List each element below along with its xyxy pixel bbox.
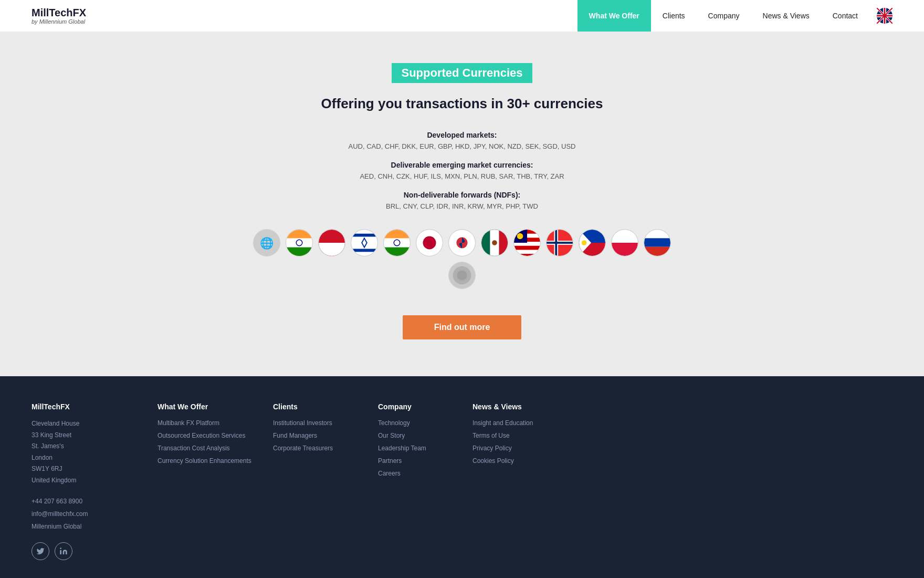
footer-what-we-offer-col: What We Offer Multibank FX Platform Outs…	[158, 402, 262, 560]
nav-contact[interactable]: Contact	[821, 0, 869, 32]
flag-mexico	[481, 229, 508, 256]
main-heading: Offering you transactions in 30+ currenc…	[10, 96, 914, 112]
flag-korea	[448, 229, 476, 256]
svg-rect-39	[514, 246, 540, 250]
social-icons	[32, 542, 147, 560]
footer: MillTechFX Cleveland House 33 King Stree…	[0, 376, 924, 578]
header: MillTechFX by Millennium Global What We …	[0, 0, 924, 32]
flag-malaysia	[513, 229, 541, 256]
flag-global2	[448, 262, 476, 289]
svg-rect-4	[286, 238, 312, 247]
footer-terms[interactable]: Terms of Use	[472, 432, 567, 439]
svg-point-63	[457, 270, 467, 280]
svg-rect-60	[644, 247, 670, 256]
developed-markets: Developed markets: AUD, CAD, CHF, DKK, E…	[10, 131, 914, 150]
flag-indonesia	[318, 229, 345, 256]
uk-flag-icon[interactable]	[877, 8, 892, 24]
main-nav: What We Offer Clients Company News & Vie…	[578, 0, 892, 32]
nav-clients[interactable]: Clients	[651, 0, 697, 32]
nav-what-we-offer[interactable]: What We Offer	[578, 0, 651, 32]
footer-company-title: Company	[378, 402, 462, 411]
flag-israel	[351, 229, 378, 256]
footer-institutional[interactable]: Institutional Investors	[273, 419, 368, 427]
section-badge: Supported Currencies	[392, 63, 532, 83]
footer-leadership[interactable]: Leadership Team	[378, 445, 462, 452]
footer-clients-title: Clients	[273, 402, 368, 411]
svg-rect-21	[384, 230, 410, 238]
svg-rect-59	[644, 238, 670, 246]
footer-insight[interactable]: Insight and Education	[472, 419, 567, 427]
footer-transaction[interactable]: Transaction Cost Analysis	[158, 445, 262, 452]
ndf-section: Non-deliverable forwards (NDFs): BRL, CN…	[10, 191, 914, 210]
ndf-label: Non-deliverable forwards (NDFs):	[10, 191, 914, 199]
main-content: Supported Currencies Offering you transa…	[0, 32, 924, 376]
flags-row: 🌐	[252, 229, 672, 289]
svg-rect-58	[644, 230, 670, 238]
svg-rect-13	[319, 243, 345, 256]
ndf-list: BRL, CNY, CLP, IDR, INR, KRW, MYR, PHP, …	[10, 202, 914, 210]
footer-company-links-col: Company Technology Our Story Leadership …	[378, 402, 462, 560]
flag-philippines	[579, 229, 606, 256]
footer-fund-managers[interactable]: Fund Managers	[273, 432, 368, 439]
svg-text:🌐: 🌐	[260, 236, 274, 250]
logo-sub: by Millennium Global	[32, 18, 86, 25]
footer-corporate[interactable]: Corporate Treasurers	[273, 445, 368, 452]
footer-what-we-offer-title: What We Offer	[158, 402, 262, 411]
nav-news-views[interactable]: News & Views	[751, 0, 821, 32]
footer-grid: MillTechFX Cleveland House 33 King Stree…	[32, 402, 892, 560]
footer-company-name: MillTechFX	[32, 402, 147, 411]
footer-multibank[interactable]: Multibank FX Platform	[158, 419, 262, 427]
svg-rect-48	[547, 242, 573, 244]
footer-news-col: News & Views Insight and Education Terms…	[472, 402, 567, 560]
svg-rect-33	[499, 230, 508, 256]
developed-list: AUD, CAD, CHF, DKK, EUR, GBP, HKD, JPY, …	[10, 142, 914, 150]
footer-our-story[interactable]: Our Story	[378, 432, 462, 439]
svg-rect-56	[612, 243, 638, 256]
footer-contact: +44 207 663 8900 info@milltechfx.com Mil…	[32, 495, 147, 533]
logo[interactable]: MillTechFX by Millennium Global	[32, 7, 86, 25]
footer-outsourced[interactable]: Outsourced Execution Services	[158, 432, 262, 439]
logo-main: MillTechFX	[32, 7, 86, 18]
flag-india2	[383, 229, 411, 256]
flag-global: 🌐	[253, 229, 280, 256]
twitter-icon[interactable]	[32, 542, 49, 560]
svg-point-42	[517, 233, 523, 240]
svg-rect-16	[351, 234, 377, 237]
flag-russia	[644, 229, 671, 256]
svg-rect-9	[286, 247, 312, 256]
svg-point-53	[582, 240, 587, 245]
footer-privacy[interactable]: Privacy Policy	[472, 445, 567, 452]
developed-label: Developed markets:	[10, 131, 914, 139]
svg-rect-15	[351, 230, 377, 256]
emerging-markets: Deliverable emerging market currencies: …	[10, 161, 914, 180]
footer-cookies[interactable]: Cookies Policy	[472, 457, 567, 465]
linkedin-icon[interactable]	[55, 542, 72, 560]
emerging-label: Deliverable emerging market currencies:	[10, 161, 914, 169]
find-out-more-button[interactable]: Find out more	[403, 315, 522, 339]
footer-news-title: News & Views	[472, 402, 567, 411]
flag-japan	[416, 229, 443, 256]
footer-careers[interactable]: Careers	[378, 470, 462, 477]
svg-rect-8	[286, 230, 312, 238]
svg-point-64	[60, 548, 61, 549]
svg-point-26	[423, 236, 436, 250]
flag-poland	[611, 229, 638, 256]
footer-technology[interactable]: Technology	[378, 419, 462, 427]
svg-rect-17	[351, 249, 377, 252]
svg-point-34	[492, 240, 497, 245]
svg-rect-22	[384, 247, 410, 256]
footer-company-col: MillTechFX Cleveland House 33 King Stree…	[32, 402, 147, 560]
footer-address: Cleveland House 33 King Street St. James…	[32, 418, 147, 487]
footer-partners[interactable]: Partners	[378, 457, 462, 465]
svg-rect-40	[514, 254, 540, 256]
footer-currency[interactable]: Currency Solution Enhancements	[158, 457, 262, 465]
flag-norway	[546, 229, 573, 256]
nav-company[interactable]: Company	[697, 0, 751, 32]
flag-india	[286, 229, 313, 256]
footer-clients-col: Clients Institutional Investors Fund Man…	[273, 402, 368, 560]
emerging-list: AED, CNH, CZK, HUF, ILS, MXN, PLN, RUB, …	[10, 172, 914, 180]
